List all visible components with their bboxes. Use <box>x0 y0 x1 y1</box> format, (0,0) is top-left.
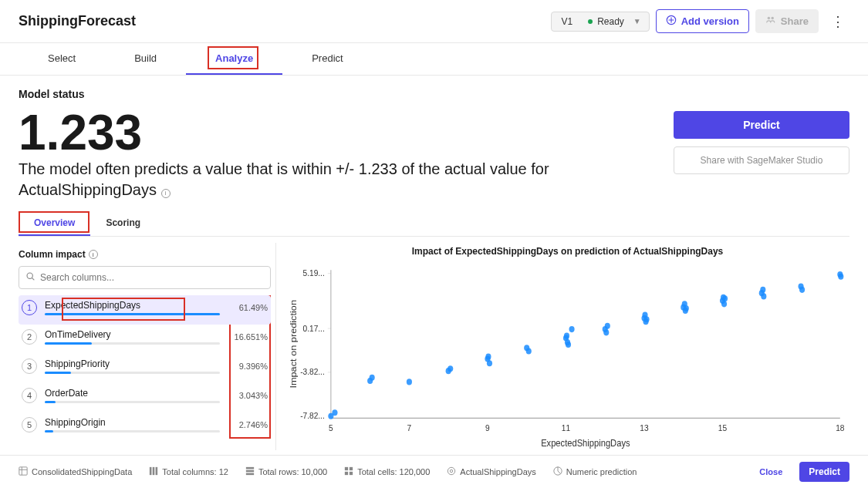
svg-text:Impact on prediction: Impact on prediction <box>289 300 299 389</box>
predict-button[interactable]: Predict <box>674 111 849 139</box>
top-tabs: Select Build Analyze Predict <box>0 43 868 76</box>
total-columns: Total columns: 12 <box>162 467 228 476</box>
plus-circle-icon <box>666 15 677 28</box>
chart-title: Impact of ExpectedShippingDays on predic… <box>285 246 849 257</box>
model-status-label: Model status <box>19 88 849 100</box>
column-name: ShippingPriority <box>45 358 110 369</box>
svg-point-34 <box>564 333 569 339</box>
list-item[interactable]: 5 ShippingOrigin 2.746% <box>19 412 271 442</box>
list-item[interactable]: 4 OrderDate 3.043% <box>19 383 271 412</box>
target-icon <box>447 466 456 477</box>
search-columns[interactable] <box>19 266 271 289</box>
svg-text:18: 18 <box>836 422 844 432</box>
total-rows: Total rows: 10,000 <box>258 467 327 476</box>
svg-point-51 <box>721 301 727 307</box>
share-label: Share <box>781 15 809 27</box>
list-item[interactable]: 1 ExpectedShippingDays 61.49% <box>19 295 271 325</box>
svg-text:-7.82...: -7.82... <box>300 411 325 421</box>
svg-rect-71 <box>345 472 348 475</box>
body: Model status 1.233 The model often predi… <box>0 76 868 455</box>
metric-description: The model often predicts a value that is… <box>19 159 620 200</box>
column-name: OnTimeDelivery <box>45 329 111 340</box>
column-impact-label: Column impact <box>19 249 86 260</box>
svg-rect-64 <box>153 467 155 475</box>
svg-point-73 <box>448 467 455 474</box>
rank-badge: 1 <box>22 300 37 315</box>
svg-point-1 <box>767 17 770 20</box>
search-input[interactable] <box>40 272 264 283</box>
svg-point-37 <box>569 326 575 332</box>
columns-icon <box>149 466 158 477</box>
more-menu-icon[interactable]: ⋮ <box>826 10 849 33</box>
column-name: ShippingOrigin <box>45 417 106 428</box>
add-version-button[interactable]: Add version <box>656 9 749 33</box>
tab-build[interactable]: Build <box>105 43 186 75</box>
svg-text:0.17...: 0.17... <box>303 323 325 333</box>
footer: ConsolidatedShippingData Total columns: … <box>0 455 868 488</box>
svg-point-40 <box>605 323 610 329</box>
share-sagemaker-button: Share with SageMaker Studio <box>674 146 849 174</box>
cells-icon <box>344 466 353 477</box>
svg-text:7: 7 <box>407 422 412 432</box>
scatter-chart: -7.82...-3.82...0.17...5.19...5791113151… <box>285 263 849 450</box>
rows-icon <box>245 466 255 477</box>
subtab-scoring[interactable]: Scoring <box>90 211 156 236</box>
footer-predict-button[interactable]: Predict <box>799 462 849 482</box>
svg-text:15: 15 <box>718 422 727 432</box>
sub-tabs: Overview Scoring <box>19 211 849 237</box>
target-column: ActualShippingDays <box>460 467 535 476</box>
impact-pct: 2.746% <box>228 420 268 429</box>
ready-label: Ready <box>597 16 624 27</box>
column-name: ExpectedShippingDays <box>45 300 140 311</box>
svg-point-27 <box>448 365 453 372</box>
svg-rect-67 <box>246 470 254 473</box>
svg-point-22 <box>332 409 337 416</box>
chart-panel: Impact of ExpectedShippingDays on predic… <box>276 243 849 450</box>
tab-predict[interactable]: Predict <box>282 43 372 75</box>
page-title: ShippingForecast <box>19 13 136 29</box>
svg-point-32 <box>526 348 532 354</box>
version-label: V1 <box>561 16 572 27</box>
type-icon <box>553 466 562 477</box>
svg-rect-65 <box>156 467 158 475</box>
svg-text:5: 5 <box>329 422 333 432</box>
share-button: Share <box>755 9 819 33</box>
highlight-box <box>208 46 258 69</box>
total-cells: Total cells: 120,000 <box>357 467 430 476</box>
svg-rect-62 <box>19 467 27 475</box>
svg-text:11: 11 <box>562 422 570 432</box>
svg-text:9: 9 <box>485 422 490 432</box>
svg-point-48 <box>684 305 689 311</box>
svg-point-39 <box>603 329 609 335</box>
impact-pct: 3.043% <box>228 391 268 400</box>
svg-rect-69 <box>345 467 348 470</box>
svg-point-2 <box>771 17 774 20</box>
column-name: OrderDate <box>45 388 88 399</box>
svg-rect-72 <box>350 472 353 475</box>
svg-point-30 <box>487 360 492 366</box>
search-icon <box>25 271 35 284</box>
rank-badge: 2 <box>22 329 37 345</box>
impact-pct: 16.651% <box>228 332 268 342</box>
metric-value: 1.233 <box>19 108 655 157</box>
svg-point-36 <box>566 342 571 348</box>
list-item[interactable]: 2 OnTimeDelivery 16.651% <box>19 325 271 354</box>
info-icon[interactable]: i <box>161 189 171 198</box>
list-item[interactable]: 3 ShippingPriority 9.396% <box>19 354 271 383</box>
info-icon[interactable]: i <box>89 250 98 259</box>
close-button[interactable]: Close <box>759 467 782 476</box>
ready-dot-icon <box>588 19 593 24</box>
svg-point-55 <box>761 293 766 299</box>
table-icon <box>19 466 28 477</box>
column-impact-panel: Column impact i 1 ExpectedShippingDays <box>19 243 276 450</box>
svg-text:13: 13 <box>640 422 648 432</box>
svg-rect-66 <box>246 467 254 469</box>
svg-point-29 <box>485 354 491 360</box>
rank-badge: 4 <box>22 388 37 403</box>
svg-point-25 <box>407 379 412 385</box>
tab-select[interactable]: Select <box>19 43 105 75</box>
svg-text:-3.82...: -3.82... <box>300 367 325 377</box>
version-selector[interactable]: V1 Ready ▼ <box>551 12 649 32</box>
chevron-down-icon: ▼ <box>633 17 641 25</box>
dataset-name: ConsolidatedShippingData <box>32 467 132 476</box>
